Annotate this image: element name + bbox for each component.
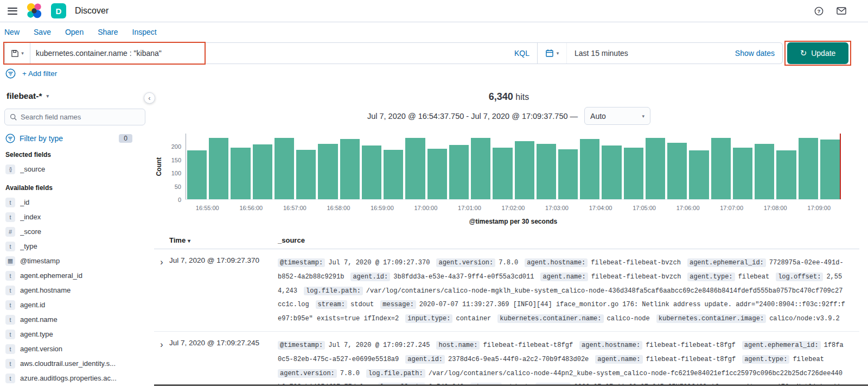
field-item-agent.type[interactable]: tagent.type [4, 327, 145, 341]
source-field-key: input.type: [405, 314, 452, 323]
histogram-bar[interactable] [580, 139, 599, 199]
x-tick-label: 17:07:00 [710, 205, 754, 211]
histogram-bar[interactable] [667, 143, 687, 199]
histogram-bar[interactable] [755, 144, 774, 199]
source-field-key: agent.version: [436, 258, 495, 267]
histogram-bar[interactable] [820, 140, 840, 199]
y-tick-label: 0 [178, 197, 181, 203]
histogram-bar[interactable] [493, 148, 512, 199]
nav-item-inspect[interactable]: Inspect [132, 28, 157, 36]
histogram-bar[interactable] [253, 144, 272, 199]
field-item-_type[interactable]: t_type [4, 239, 145, 254]
kql-language-button[interactable]: KQL [507, 49, 537, 58]
histogram-bar[interactable] [384, 150, 403, 199]
histogram-bar[interactable] [733, 148, 752, 199]
histogram-bar[interactable] [515, 141, 534, 199]
field-item-agent.ephemeral_id[interactable]: tagent.ephemeral_id [4, 268, 145, 283]
histogram-bar[interactable] [405, 138, 425, 199]
histogram-bar[interactable] [275, 138, 294, 199]
field-name: agent.type [20, 330, 53, 338]
field-item-azure.auditlogs.properties.ac...[interactable]: tazure.auditlogs.properties.ac... [4, 371, 145, 385]
histogram-bar[interactable] [187, 150, 207, 199]
field-item-agent.name[interactable]: tagent.name [4, 312, 145, 327]
filter-by-type-label: Filter by type [20, 134, 63, 143]
field-item-agent.version[interactable]: tagent.version [4, 341, 145, 356]
time-range-value[interactable]: Last 15 minutes [567, 49, 628, 58]
field-item-_index[interactable]: t_index [4, 210, 145, 224]
time-column-header[interactable]: Time▾ [169, 236, 278, 244]
field-name: agent.version [20, 345, 62, 353]
histogram-bar[interactable] [537, 144, 556, 199]
source-field-key: @timestamp: [278, 258, 325, 267]
expand-row-icon[interactable]: › [154, 256, 169, 326]
histogram-interval-select[interactable]: Auto ▾ [584, 107, 650, 125]
histogram-bar[interactable] [602, 145, 621, 199]
time-marker [840, 134, 841, 199]
collapse-sidebar-icon[interactable]: ‹ [144, 92, 155, 104]
index-pattern-switcher[interactable]: filebeat-* ▾ [4, 87, 145, 105]
nav-item-open[interactable]: Open [65, 28, 84, 36]
nav-item-save[interactable]: Save [34, 28, 51, 36]
menu-icon[interactable] [8, 8, 17, 15]
histogram-bar[interactable] [624, 148, 643, 199]
field-name: _index [20, 213, 41, 221]
histogram-bar[interactable] [449, 145, 469, 199]
field-item-_source[interactable]: {}_source [4, 162, 145, 176]
update-button[interactable]: ↻ Update [787, 42, 848, 64]
expand-row-icon[interactable]: › [154, 339, 169, 386]
help-icon[interactable]: ? [814, 7, 824, 16]
field-name: azure.auditlogs.properties.ac... [20, 374, 117, 382]
histogram-bar[interactable] [799, 138, 818, 199]
histogram-bar[interactable] [427, 149, 447, 199]
field-item-_id[interactable]: t_id [4, 195, 145, 210]
field-item-agent.id[interactable]: tagent.id [4, 298, 145, 312]
filter-icon [5, 134, 15, 143]
field-item-_score[interactable]: #_score [4, 224, 145, 239]
doc-time-cell: Jul 7, 2020 @ 17:09:27.245 [169, 339, 278, 386]
histogram-bar[interactable] [471, 138, 490, 199]
histogram-bar[interactable] [362, 145, 381, 199]
quick-select-time-button[interactable]: ▾ [538, 43, 567, 64]
filter-by-type-toggle[interactable]: Filter by type 0 [4, 134, 145, 143]
source-field-value: filebeat-filebeat-t8fgf [646, 356, 736, 363]
table-row: ›Jul 7, 2020 @ 17:09:27.245@timestamp:Ju… [154, 332, 859, 386]
histogram-bar[interactable] [558, 149, 578, 199]
x-tick-label: 17:04:00 [579, 205, 623, 211]
elastic-logo[interactable] [26, 3, 42, 19]
field-item-aws.cloudtrail.user_identity.s...[interactable]: taws.cloudtrail.user_identity.s... [4, 356, 145, 371]
histogram-bar[interactable] [340, 139, 360, 199]
field-type-icon: t [5, 315, 15, 325]
field-search-input[interactable] [21, 113, 140, 121]
nav-item-new[interactable]: New [4, 28, 20, 36]
field-type-icon: # [5, 227, 15, 237]
source-field-value: Jul 7, 2020 @ 17:09:27.245 [328, 341, 430, 349]
histogram-bar[interactable] [776, 150, 796, 199]
nav-item-share[interactable]: Share [98, 28, 118, 36]
histogram-bar[interactable] [209, 138, 228, 199]
sort-descending-icon[interactable]: ▾ [188, 238, 190, 244]
field-item-@timestamp[interactable]: ▦@timestamp [4, 254, 145, 268]
filter-icon[interactable] [5, 68, 16, 79]
doc-time-cell: Jul 7, 2020 @ 17:09:27.370 [169, 256, 278, 326]
add-filter-button[interactable]: + Add filter [22, 69, 57, 78]
histogram-bar[interactable] [646, 138, 665, 199]
histogram-bar[interactable] [689, 150, 709, 199]
source-field-key: agent.ephemeral_id: [742, 341, 821, 350]
histogram-bar[interactable] [296, 150, 316, 199]
histogram-bar[interactable] [231, 148, 250, 199]
source-field-key: agent.version: [278, 369, 337, 378]
histogram-bar[interactable] [711, 138, 731, 199]
histogram-bar[interactable] [318, 144, 337, 199]
query-input[interactable] [30, 43, 507, 64]
discover-main: 6,340 hits Jul 7, 2020 @ 16:54:37.750 - … [150, 85, 868, 386]
space-avatar[interactable]: D [51, 3, 66, 18]
saved-query-menu-button[interactable]: ▾ [4, 42, 30, 64]
selected-fields-heading: Selected fields [4, 151, 145, 159]
x-axis-title: @timestamp per 30 seconds [186, 218, 841, 225]
field-item-agent.hostname[interactable]: tagent.hostname [4, 283, 145, 298]
time-range-line: Jul 7, 2020 @ 16:54:37.750 - Jul 7, 2020… [150, 107, 868, 125]
calendar-icon [545, 49, 554, 58]
field-name: _type [20, 242, 37, 250]
show-dates-button[interactable]: Show dates [735, 49, 782, 58]
newsfeed-icon[interactable] [837, 7, 846, 15]
